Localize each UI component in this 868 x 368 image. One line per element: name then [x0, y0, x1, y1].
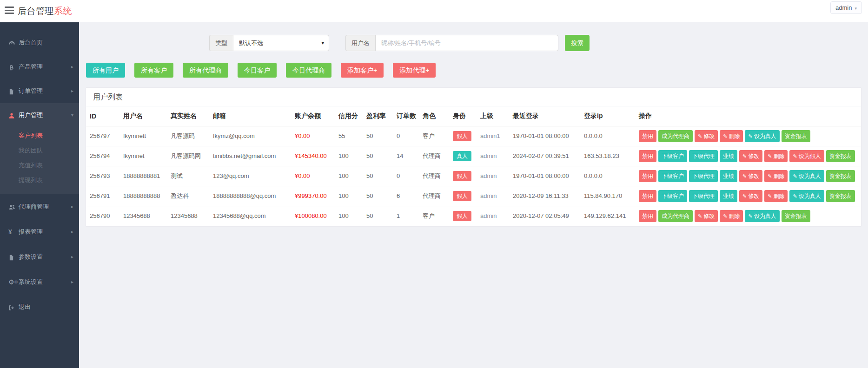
sidebar-subitem-3[interactable]: 充值列表: [0, 158, 79, 173]
action-button-7[interactable]: ✎设为真人: [789, 190, 824, 202]
sidebar-item-6[interactable]: ¥报表管理▸: [0, 219, 79, 244]
cell-identity: 真人: [449, 146, 477, 166]
search-button[interactable]: 搜索: [565, 35, 590, 51]
cell-credit: 100: [335, 186, 363, 206]
quick-button-2[interactable]: 所有客户: [134, 63, 173, 78]
action-button-2[interactable]: 下级客户: [658, 170, 687, 182]
sidebar-item-8[interactable]: ⚙⚙系统设置▸: [0, 269, 79, 295]
action-button-8[interactable]: 资金报表: [826, 190, 855, 202]
column-header: 订单数: [393, 106, 419, 126]
sidebar-item-label: 代理商管理: [19, 203, 49, 210]
action-button-label: 删除: [773, 193, 784, 199]
action-button-label: 删除: [773, 153, 784, 159]
user-icon: [8, 104, 19, 128]
action-button-5[interactable]: ✎修改: [739, 190, 762, 202]
table-body: 256797fkymnett凡客源码fkymz@qq.com¥0.0055500…: [86, 126, 861, 226]
action-button-3[interactable]: 下级代理: [689, 150, 718, 162]
quick-button-3[interactable]: 所有代理商: [183, 63, 228, 78]
action-button-6[interactable]: 资金报表: [782, 210, 810, 222]
action-button-1[interactable]: 禁用: [639, 150, 656, 162]
action-button-3[interactable]: 下级代理: [689, 190, 718, 202]
pencil-icon: ✎: [793, 193, 797, 199]
sidebar-item-3[interactable]: 订单管理▸: [0, 79, 79, 103]
pencil-icon: ✎: [723, 213, 727, 219]
username-input[interactable]: [375, 35, 558, 51]
action-button-6[interactable]: ✎删除: [764, 150, 788, 162]
action-button-1[interactable]: 禁用: [639, 130, 656, 142]
sidebar-subitem-2[interactable]: 我的团队: [0, 143, 79, 158]
action-button-3[interactable]: ✎修改: [695, 130, 718, 142]
action-button-1[interactable]: 禁用: [639, 190, 656, 202]
user-menu[interactable]: admin▾: [830, 1, 862, 14]
sidebar-item-label: 参数设置: [19, 253, 43, 260]
chevron-down-icon: ▾: [321, 35, 324, 51]
cell-email: 12345688@qq.com: [209, 206, 291, 226]
action-button-2[interactable]: 下级客户: [658, 150, 687, 162]
action-button-4[interactable]: 业绩: [720, 150, 737, 162]
action-button-3[interactable]: 下级代理: [689, 170, 718, 182]
action-button-5[interactable]: ✎设为真人: [745, 210, 779, 222]
chevron-down-icon: ▾: [71, 103, 73, 127]
sidebar-item-1[interactable]: 后台首页: [0, 31, 79, 55]
action-button-label: 禁用: [642, 193, 653, 199]
cell-orders: 0: [393, 126, 419, 146]
quick-button-4[interactable]: 今日客户: [238, 63, 277, 78]
quick-button-6[interactable]: 添加客户+: [341, 63, 384, 78]
cell-orders: 0: [393, 166, 419, 186]
main-content: 类型 默认不选 ▾ 用户名 搜索 所有用户所有客户所有代理商今日客户今日代理商添…: [79, 22, 868, 368]
type-select-value: 默认不选: [239, 39, 263, 46]
file-icon: [8, 245, 19, 270]
quick-button-5[interactable]: 今日代理商: [286, 63, 331, 78]
user-list-panel: 用户列表 ID用户名真实姓名邮箱账户余额信用分盈利率订单数角色身份上级最近登录登…: [86, 87, 861, 227]
action-button-4[interactable]: 业绩: [720, 170, 737, 182]
cell-actions: 禁用下级客户下级代理业绩✎修改✎删除✎设为假人资金报表: [635, 146, 861, 166]
action-button-label: 下级客户: [662, 173, 684, 179]
quick-button-1[interactable]: 所有用户: [86, 63, 125, 78]
action-button-4[interactable]: ✎删除: [720, 210, 743, 222]
action-button-4[interactable]: ✎删除: [720, 130, 743, 142]
cell-email: timibbs.net@gmail.com: [209, 146, 291, 166]
sidebar-item-7[interactable]: 参数设置▸: [0, 244, 79, 269]
action-button-label: 成为代理商: [662, 213, 689, 219]
action-button-3[interactable]: ✎修改: [695, 210, 718, 222]
sidebar-item-5[interactable]: 代理商管理▸: [0, 194, 79, 219]
action-button-label: 成为代理商: [662, 133, 689, 139]
cell-credit: 100: [335, 166, 363, 186]
action-button-8[interactable]: 资金报表: [826, 170, 855, 182]
cell-realname: 凡客源码网: [167, 146, 209, 166]
sidebar-item-label: 产品管理: [19, 63, 43, 70]
sidebar-active-section: 用户管理▾客户列表我的团队充值列表提现列表: [0, 103, 79, 194]
action-button-1[interactable]: 禁用: [639, 170, 656, 182]
menu-toggle-icon[interactable]: [5, 7, 15, 16]
action-button-2[interactable]: 成为代理商: [658, 130, 693, 142]
action-button-6[interactable]: 资金报表: [782, 130, 810, 142]
action-button-4[interactable]: 业绩: [720, 190, 737, 202]
sidebar-subitem-1[interactable]: 客户列表: [0, 128, 79, 143]
action-button-2[interactable]: 下级客户: [658, 190, 687, 202]
action-button-1[interactable]: 禁用: [639, 210, 656, 222]
action-button-7[interactable]: ✎设为假人: [789, 150, 824, 162]
action-button-6[interactable]: ✎删除: [764, 190, 788, 202]
action-button-5[interactable]: ✎修改: [739, 170, 762, 182]
chevron-down-icon: ▾: [855, 6, 857, 11]
sidebar-subitem-4[interactable]: 提现列表: [0, 173, 79, 188]
action-button-8[interactable]: 资金报表: [826, 150, 855, 162]
action-button-5[interactable]: ✎设为真人: [745, 130, 779, 142]
sidebar-item-4[interactable]: 用户管理▾: [0, 103, 79, 127]
quick-button-7[interactable]: 添加代理+: [393, 63, 436, 78]
gears-icon: ⚙⚙: [8, 269, 19, 295]
sidebar-item-9[interactable]: 退出: [0, 295, 79, 320]
cell-username: fkymnett: [119, 126, 167, 146]
cell-realname: 盈达科: [167, 186, 209, 206]
action-button-label: 资金报表: [785, 133, 807, 139]
type-select[interactable]: 默认不选 ▾: [233, 35, 329, 51]
cell-identity: 假人: [449, 126, 477, 146]
sidebar-item-2[interactable]: 产品管理▸: [0, 55, 79, 79]
action-button-7[interactable]: ✎设为真人: [789, 170, 824, 182]
action-button-2[interactable]: 成为代理商: [658, 210, 693, 222]
action-button-label: 下级代理: [692, 193, 715, 199]
action-button-5[interactable]: ✎修改: [739, 150, 762, 162]
cell-login-ip: 0.0.0.0: [580, 166, 635, 186]
sidebar-item-label: 后台首页: [19, 39, 43, 46]
action-button-6[interactable]: ✎删除: [764, 170, 788, 182]
